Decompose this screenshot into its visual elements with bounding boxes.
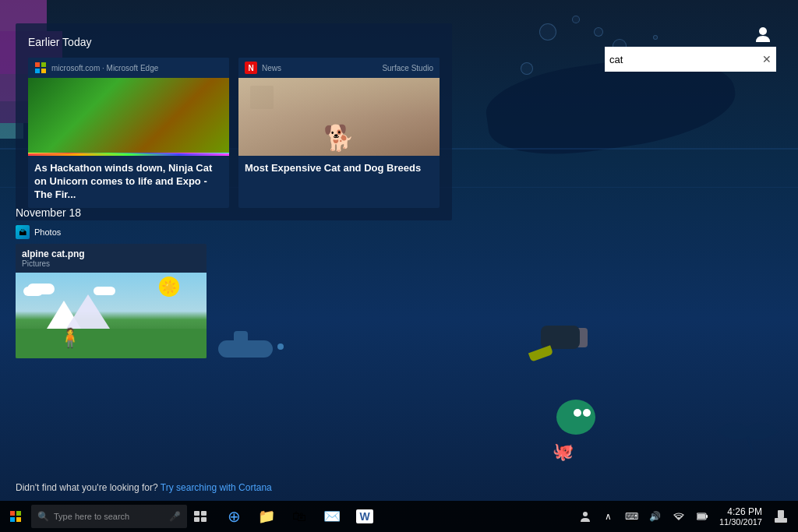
cards-row: microsoft.com · Microsoft Edge As Hackat…	[28, 58, 440, 208]
card-body-1: As Hackathon winds down, Ninja Cat on Un…	[28, 156, 229, 208]
svg-rect-9	[775, 518, 787, 523]
card-image-1	[28, 78, 229, 156]
card-source-bar-1: microsoft.com · Microsoft Edge	[28, 58, 229, 78]
photo-filename: alpine cat.png	[22, 248, 200, 259]
explorer-icon: 📁	[258, 508, 275, 525]
bottom-not-found: Didn't find what you're looking for? Try…	[16, 482, 272, 493]
search-input[interactable]: cat	[609, 54, 759, 65]
svg-rect-3	[194, 517, 200, 522]
network-icon[interactable]	[668, 501, 690, 532]
taskbar: 🔍 Type here to search 🎤 ⊕ 📁 🛍 ✉️	[0, 501, 798, 532]
taskbar-apps: ⊕ 📁 🛍 ✉️ W	[218, 501, 380, 532]
time-display: 4:26 PM	[727, 506, 762, 517]
taskbar-search-placeholder: Type here to search	[54, 512, 164, 521]
photos-label: Photos	[34, 227, 61, 237]
card-edge[interactable]: microsoft.com · Microsoft Edge As Hackat…	[28, 58, 229, 208]
task-view-button[interactable]	[187, 501, 215, 532]
grass	[16, 329, 207, 358]
taskbar-left: 🔍 Type here to search 🎤	[0, 501, 215, 532]
diver	[525, 314, 603, 361]
taskbar-explorer[interactable]: 📁	[251, 501, 282, 532]
store-icon: 🛍	[292, 509, 306, 525]
card-source-text-1: microsoft.com · Microsoft Edge	[51, 64, 158, 72]
notification-button[interactable]	[768, 501, 793, 532]
windows-button[interactable]	[0, 501, 31, 532]
earlier-today-section: Earlier Today microsoft.com · Microsoft …	[16, 23, 452, 220]
search-clear-button[interactable]: ✕	[762, 54, 772, 65]
volume-icon[interactable]: 🔊	[644, 501, 666, 532]
word-icon: W	[356, 509, 373, 523]
svg-rect-2	[201, 511, 207, 516]
photo-card[interactable]: alpine cat.png Pictures ☀️ 🧍	[16, 244, 207, 358]
search-icon-task: 🔍	[37, 511, 49, 522]
svg-point-5	[583, 512, 588, 516]
taskbar-right: ∧ ⌨ 🔊 4:26 PM 11/30/2017	[574, 501, 798, 532]
date-display: 11/30/2017	[719, 517, 762, 527]
cortana-link[interactable]: Try searching with Cortana	[161, 482, 272, 493]
svg-rect-10	[778, 510, 784, 518]
mail-icon: ✉️	[323, 508, 341, 525]
chevron-icon[interactable]: ∧	[598, 501, 620, 532]
card-image-2: 🐕	[238, 78, 440, 156]
earlier-today-header: Earlier Today	[28, 36, 440, 48]
card-title-2: Most Expensive Cat and Dog Breeds	[245, 162, 433, 175]
character: 🧍	[58, 327, 82, 349]
november-18-header: November 18	[16, 206, 242, 219]
search-box-panel[interactable]: cat ✕	[605, 47, 776, 72]
ms-logo	[34, 62, 47, 74]
card-body-2: Most Expensive Cat and Dog Breeds	[238, 156, 440, 181]
time-date[interactable]: 4:26 PM 11/30/2017	[715, 505, 767, 528]
svg-point-0	[759, 27, 767, 35]
card-source-text-2: News	[262, 64, 281, 72]
taskbar-edge[interactable]: ⊕	[218, 501, 249, 532]
mountain-2	[66, 294, 110, 329]
taskbar-word[interactable]: W	[349, 501, 380, 532]
svg-rect-4	[201, 517, 207, 522]
microphone-icon[interactable]: 🎤	[169, 511, 181, 522]
card-source-bar-2: N News Surface Studio	[238, 58, 440, 78]
people-icon[interactable]	[574, 501, 596, 532]
keyboard-icon[interactable]: ⌨	[621, 501, 643, 532]
edge-icon: ⊕	[228, 507, 241, 526]
card-news[interactable]: N News Surface Studio 🐕 Most Expensive C…	[238, 58, 440, 208]
card-source-right-2: Surface Studio	[382, 64, 433, 72]
cloud-2	[23, 287, 43, 296]
photo-card-header: alpine cat.png Pictures	[16, 244, 207, 273]
news-logo: N	[245, 62, 257, 74]
stingray	[716, 412, 779, 454]
taskbar-store[interactable]: 🛍	[284, 501, 315, 532]
svg-rect-1	[194, 511, 200, 516]
photos-source-bar: Photos	[16, 225, 242, 239]
november-18-section: November 18 Photos alpine cat.png Pictur…	[16, 206, 242, 358]
taskbar-search-bar[interactable]: 🔍 Type here to search 🎤	[31, 505, 187, 528]
octopus: 🐙	[549, 400, 603, 462]
taskbar-mail[interactable]: ✉️	[316, 501, 348, 532]
photos-icon	[16, 225, 30, 239]
user-icon[interactable]	[754, 25, 772, 47]
battery-icon[interactable]	[691, 501, 713, 532]
svg-rect-7	[706, 515, 708, 518]
svg-rect-8	[697, 514, 705, 519]
not-found-text: Didn't find what you're looking for?	[16, 482, 158, 493]
photo-image: ☀️ 🧍	[16, 273, 207, 358]
photo-location: Pictures	[22, 259, 200, 268]
card-title-1: As Hackathon winds down, Ninja Cat on Un…	[34, 162, 223, 202]
